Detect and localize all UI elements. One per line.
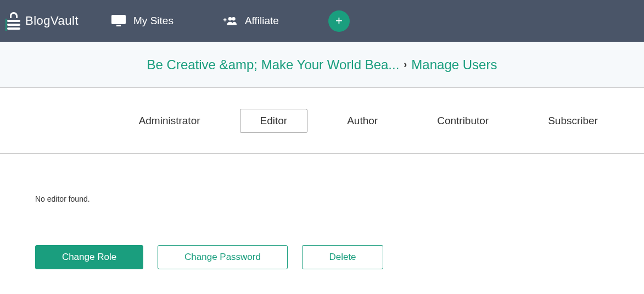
tab-editor[interactable]: Editor (240, 109, 308, 133)
svg-point-9 (228, 17, 232, 20)
tab-administrator[interactable]: Administrator (119, 109, 220, 132)
svg-rect-3 (5, 19, 7, 31)
nav-sites-label: My Sites (133, 15, 173, 27)
svg-rect-0 (7, 20, 20, 22)
monitor-icon (111, 15, 126, 27)
empty-state-message: No editor found. (35, 195, 609, 203)
change-role-button[interactable]: Change Role (35, 245, 143, 269)
nav-my-sites[interactable]: My Sites (111, 15, 173, 27)
top-navigation: BlogVault My Sites Affiliate + (0, 0, 644, 42)
tab-subscriber[interactable]: Subscriber (528, 109, 618, 132)
plus-icon: + (335, 14, 343, 28)
breadcrumb: Be Creative &amp; Make Your World Bea...… (0, 42, 644, 88)
add-button[interactable]: + (328, 10, 350, 32)
tab-contributor[interactable]: Contributor (417, 109, 508, 132)
svg-rect-2 (7, 27, 20, 30)
breadcrumb-page[interactable]: Manage Users (411, 57, 497, 73)
action-buttons: Change Role Change Password Delete (35, 245, 609, 269)
role-tabs: Administrator Editor Author Contributor … (0, 88, 644, 154)
brand-name: BlogVault (25, 14, 79, 28)
svg-rect-5 (113, 16, 125, 23)
tab-author[interactable]: Author (327, 109, 397, 132)
change-password-button[interactable]: Change Password (158, 245, 288, 269)
nav-affiliate-label: Affiliate (245, 15, 279, 27)
breadcrumb-separator: › (404, 59, 407, 70)
brand-logo[interactable]: BlogVault (5, 11, 79, 31)
people-plus-icon (223, 15, 237, 27)
svg-rect-1 (7, 24, 20, 26)
breadcrumb-site[interactable]: Be Creative &amp; Make Your World Bea... (147, 57, 400, 73)
nav-affiliate[interactable]: Affiliate (223, 15, 279, 27)
svg-rect-6 (116, 25, 121, 26)
delete-button[interactable]: Delete (302, 245, 383, 269)
svg-point-10 (232, 17, 236, 20)
content-area: No editor found. Change Role Change Pass… (0, 154, 644, 269)
blogvault-icon (5, 11, 22, 31)
